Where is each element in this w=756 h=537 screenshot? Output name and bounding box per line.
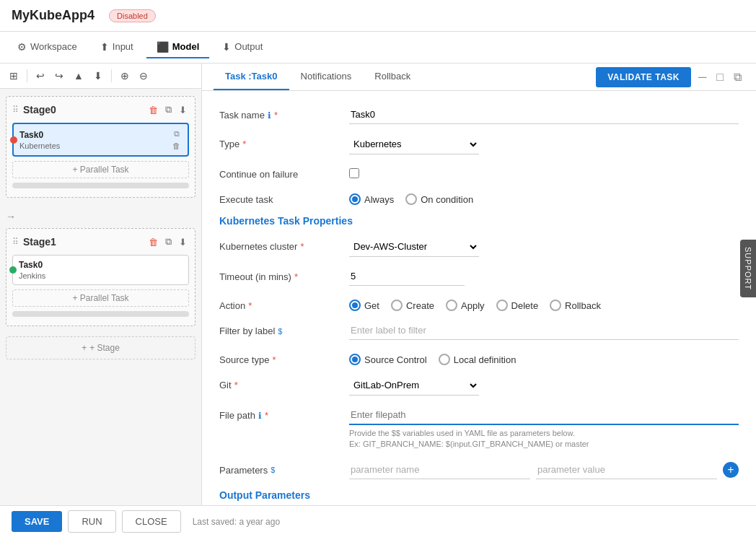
task-name-control <box>349 105 739 124</box>
action-delete[interactable]: Delete <box>496 300 539 311</box>
stage0-actions: 🗑 ⧉ ⬇ <box>146 102 189 117</box>
action-apply[interactable]: Apply <box>446 300 485 311</box>
minimize-btn[interactable]: ─ <box>695 69 709 85</box>
up-btn[interactable]: ▲ <box>70 68 87 84</box>
stage1-add-parallel-btn[interactable]: + Parallel Task <box>12 289 189 307</box>
filter-label-label: Filter by label $ <box>219 321 349 336</box>
expand-btn[interactable]: ⧉ <box>731 69 744 85</box>
filter-label-row: Filter by label $ <box>219 321 739 340</box>
task0-stage0-header: Task0 Kubernetes ⧉ 🗑 <box>19 128 182 151</box>
right-toolbar: VALIDATE TASK ─ □ ⧉ <box>596 67 744 87</box>
timeout-control <box>349 267 739 286</box>
type-label: Type * <box>219 134 349 149</box>
continue-failure-control <box>349 165 739 178</box>
source-control-option[interactable]: Source Control <box>349 354 427 365</box>
params-label: Parameters $ <box>219 460 349 476</box>
stage0-more-btn[interactable]: ⬇ <box>177 102 189 117</box>
git-select[interactable]: GitLab-OnPrem <box>349 375 479 396</box>
timeout-input[interactable] <box>349 267 465 286</box>
toolbar-sep-1 <box>27 69 27 82</box>
output-title: Output Parameters <box>219 489 739 501</box>
stage1-delete-btn[interactable]: 🗑 <box>146 235 160 249</box>
inner-tab-task[interactable]: Task :Task0 <box>214 64 289 90</box>
grid-btn[interactable]: ⊞ <box>6 68 22 84</box>
tab-input[interactable]: ⬆ Input <box>90 37 144 58</box>
local-def-option[interactable]: Local definition <box>439 354 517 365</box>
right-panel: Task :Task0 Notifications Rollback VALID… <box>202 64 756 505</box>
filepath-control: Provide the $$ variables used in YAML fi… <box>349 406 739 450</box>
local-def-radio <box>439 354 450 365</box>
k8s-section-title: Kubernetes Task Properties <box>219 215 739 227</box>
params-control: + <box>349 460 739 479</box>
execute-condition-radio <box>405 193 417 205</box>
zoomin-btn[interactable]: ⊕ <box>117 68 133 84</box>
support-bar[interactable]: SUPPORT <box>740 240 756 297</box>
continue-failure-checkbox[interactable] <box>349 168 359 178</box>
stage1-drag-handle[interactable]: ⠿ <box>12 237 19 247</box>
arrow-connector-1: → <box>6 208 195 225</box>
run-button[interactable]: RUN <box>68 510 115 533</box>
save-button[interactable]: SAVE <box>12 511 62 532</box>
execute-condition-option[interactable]: On condition <box>405 193 473 205</box>
task-name-info-icon[interactable]: ℹ <box>268 110 271 121</box>
execute-task-label: Execute task <box>219 190 349 205</box>
action-get[interactable]: Get <box>349 300 379 311</box>
download-btn[interactable]: ⬇ <box>90 68 106 84</box>
filepath-input[interactable] <box>349 406 739 425</box>
action-rollback[interactable]: Rollback <box>550 300 601 311</box>
undo-btn[interactable]: ↩ <box>32 68 48 84</box>
task0-stage0-type: Kubernetes <box>19 141 60 150</box>
execute-task-row: Execute task Always On condition <box>219 190 739 205</box>
stage0-delete-btn[interactable]: 🗑 <box>146 102 160 117</box>
stage1-copy-btn[interactable]: ⧉ <box>163 235 174 249</box>
stage1-more-btn[interactable]: ⬇ <box>177 235 189 249</box>
stage0-add-parallel-btn[interactable]: + Parallel Task <box>12 161 189 178</box>
task0-stage0-copy-btn[interactable]: ⧉ <box>171 128 182 139</box>
validate-task-btn[interactable]: VALIDATE TASK <box>596 67 691 87</box>
task-card-task0-stage1[interactable]: Task0 Jenkins <box>12 255 189 285</box>
git-row: Git * GitLab-OnPrem <box>219 375 739 396</box>
action-create[interactable]: Create <box>391 300 434 311</box>
zoomout-btn[interactable]: ⊖ <box>136 68 151 84</box>
inner-tab-notifications[interactable]: Notifications <box>289 64 364 90</box>
app-header: MyKubeApp4 Disabled <box>0 0 756 32</box>
inner-tab-rollback[interactable]: Rollback <box>363 64 422 90</box>
type-select[interactable]: Kubernetes Jenkins Shell <box>349 134 479 154</box>
filter-input[interactable] <box>349 321 739 340</box>
source-type-control: Source Control Local definition <box>349 350 739 365</box>
add-stage-btn[interactable]: + + Stage <box>6 336 195 359</box>
action-delete-radio <box>496 300 508 311</box>
tab-model[interactable]: ⬛ Model <box>146 37 210 58</box>
action-row: Action * Get Create <box>219 296 739 311</box>
param-value-input[interactable] <box>536 460 717 479</box>
restore-btn[interactable]: □ <box>713 69 726 85</box>
continue-failure-row: Continue on failure <box>219 165 739 180</box>
toolbar-sep-2 <box>111 69 112 82</box>
task0-stage1-type: Jenkins <box>19 271 45 280</box>
task-name-row: Task name ℹ * <box>219 105 739 124</box>
stage0-scroll <box>12 183 189 188</box>
task0-stage0-delete-btn[interactable]: 🗑 <box>171 141 182 151</box>
task-name-input[interactable] <box>349 105 739 124</box>
tab-output[interactable]: ⬇ Output <box>212 37 273 58</box>
add-param-btn[interactable]: + <box>723 462 739 478</box>
stage0-copy-btn[interactable]: ⧉ <box>163 102 174 117</box>
task0-stage0-name: Task0 <box>19 130 60 140</box>
params-row: Parameters $ + <box>219 460 739 479</box>
stage1-header: ⠿ Stage1 🗑 ⧉ ⬇ <box>12 235 189 249</box>
stage0-drag-handle[interactable]: ⠿ <box>12 105 19 115</box>
left-panel: ⊞ ↩ ↪ ▲ ⬇ ⊕ ⊖ ⠿ Stage0 🗑 ⧉ ⬇ <box>0 64 202 505</box>
close-button[interactable]: CLOSE <box>122 510 181 533</box>
cluster-select[interactable]: Dev-AWS-Cluster <box>349 237 479 257</box>
tab-workspace[interactable]: ⚙ Workspace <box>7 37 87 58</box>
param-name-input[interactable] <box>349 460 530 479</box>
redo-btn[interactable]: ↪ <box>51 68 67 84</box>
task-card-task0-stage0[interactable]: Task0 Kubernetes ⧉ 🗑 <box>12 123 189 157</box>
execute-task-control: Always On condition <box>349 190 739 205</box>
execute-always-option[interactable]: Always <box>349 193 394 205</box>
stage-stage0: ⠿ Stage0 🗑 ⧉ ⬇ Task0 Kubernetes <box>6 96 195 198</box>
action-control: Get Create Apply Delete <box>349 296 739 311</box>
filepath-info-icon[interactable]: ℹ <box>258 411 262 421</box>
source-type-label: Source type * <box>219 350 349 365</box>
cluster-control: Dev-AWS-Cluster <box>349 237 739 257</box>
